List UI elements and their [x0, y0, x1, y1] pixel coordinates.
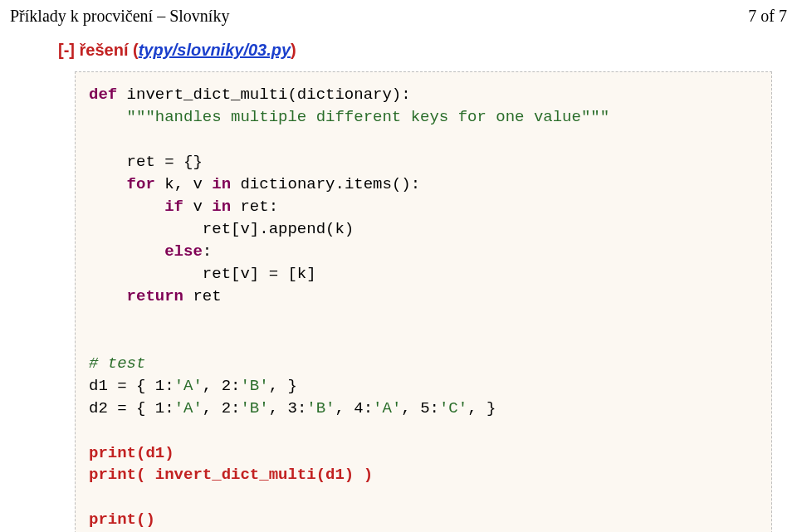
str: 'A'	[373, 399, 401, 417]
code-text	[89, 175, 127, 193]
code-text: , 5:	[401, 399, 439, 417]
solution-link[interactable]: typy/slovniky/03.py	[139, 41, 291, 59]
code-text: ret:	[231, 198, 278, 216]
code-text	[89, 198, 164, 216]
code-text: ret[v] = [k]	[89, 265, 316, 283]
code-text: dictionary.items():	[231, 175, 420, 193]
code-text: :	[203, 242, 212, 261]
page-indicator: 7 of 7	[748, 7, 787, 26]
str: 'B'	[240, 399, 268, 417]
code-text: ret = {}	[89, 153, 203, 171]
section-prefix: [-] řešení (	[58, 41, 139, 59]
kw-def: def	[89, 85, 117, 104]
print-call: print()	[89, 510, 155, 529]
code-text: v	[183, 198, 212, 216]
code-text: invert_dict_multi(dictionary):	[117, 85, 410, 104]
kw-else: else	[164, 242, 203, 261]
str: 'B'	[306, 399, 335, 417]
code-text	[89, 242, 164, 261]
page-header: Příklady k procvičení – Slovníky 7 of 7	[10, 7, 787, 26]
code-text: ret[v].append(k)	[89, 220, 354, 238]
code-text: , 3:	[269, 399, 307, 417]
str: 'C'	[439, 399, 467, 417]
kw-in: in	[212, 175, 231, 193]
code-text: k, v	[155, 175, 212, 193]
code-text: , 4:	[335, 399, 374, 417]
section-trailing: )	[291, 41, 296, 59]
code-text: , 2:	[203, 377, 241, 395]
doc-title: Příklady k procvičení – Slovníky	[10, 7, 229, 26]
section-heading: [-] řešení (typy/slovniky/03.py)	[58, 41, 787, 60]
str: 'A'	[174, 399, 203, 417]
kw-in: in	[212, 198, 231, 216]
kw-return: return	[127, 287, 183, 305]
code-text: d1 = { 1:	[89, 377, 174, 395]
print-call: print(d1)	[89, 444, 174, 462]
print-call: print( invert_dict_multi(d1) )	[89, 466, 373, 484]
code-text: , 2:	[203, 399, 241, 417]
comment: # test	[89, 354, 145, 373]
code-text: , }	[467, 399, 496, 417]
str: 'B'	[240, 377, 268, 395]
docstring: """handles multiple different keys for o…	[89, 108, 609, 126]
code-text	[89, 287, 127, 305]
str: 'A'	[174, 377, 203, 395]
code-text: d2 = { 1:	[89, 399, 174, 417]
kw-if: if	[164, 198, 183, 216]
code-text: , }	[269, 377, 297, 395]
code-block: def invert_dict_multi(dictionary): """ha…	[75, 71, 772, 532]
kw-for: for	[127, 175, 155, 193]
code-text: ret	[183, 287, 222, 305]
